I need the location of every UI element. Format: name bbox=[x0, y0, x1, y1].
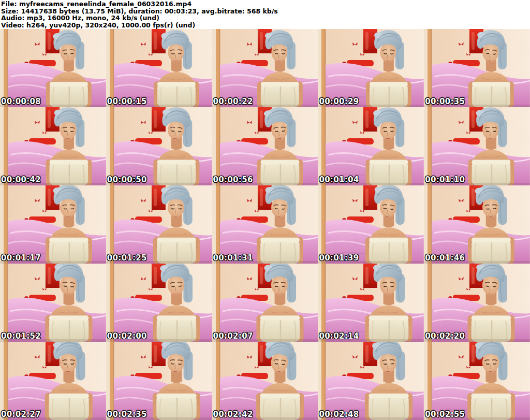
video-thumbnail: 00:01:17 bbox=[0, 185, 106, 264]
timestamp-overlay: 00:02:20 bbox=[425, 331, 465, 341]
thumbnail-image bbox=[424, 185, 530, 264]
thumbnail-image bbox=[0, 107, 106, 185]
thumbnail-image bbox=[106, 264, 212, 342]
timestamp-overlay: 00:01:10 bbox=[425, 175, 465, 184]
thumbnail-image bbox=[212, 185, 318, 264]
video-thumbnail: 00:00:29 bbox=[318, 29, 424, 107]
video-thumbnail: 00:00:50 bbox=[106, 107, 212, 185]
video-thumbnail: 00:02:20 bbox=[424, 264, 530, 342]
video-thumbnail: 00:02:35 bbox=[106, 342, 212, 420]
timestamp-overlay: 00:02:00 bbox=[107, 331, 147, 341]
timestamp-overlay: 00:01:39 bbox=[319, 253, 359, 263]
thumbnail-image bbox=[318, 29, 424, 107]
video-thumbnail: 00:01:39 bbox=[318, 185, 424, 264]
thumbnail-grid: 00:00:08 bbox=[0, 29, 530, 420]
video-thumbnail: 00:02:48 bbox=[318, 342, 424, 420]
thumbnail-image bbox=[212, 29, 318, 107]
thumbnail-image bbox=[0, 342, 106, 420]
thumbnail-image bbox=[0, 185, 106, 264]
thumbnail-image bbox=[318, 185, 424, 264]
thumbnail-image bbox=[106, 342, 212, 420]
media-info-header: File: myfreecams_reneelinda_female_06032… bbox=[0, 0, 530, 29]
thumbnail-image bbox=[424, 29, 530, 107]
video-thumbnail: 00:01:10 bbox=[424, 107, 530, 185]
size-info-line: Size: 14417638 bytes (13.75 MiB), durati… bbox=[1, 8, 530, 15]
video-thumbnail: 00:00:42 bbox=[0, 107, 106, 185]
thumbnail-image bbox=[212, 264, 318, 342]
timestamp-overlay: 00:01:31 bbox=[213, 253, 253, 263]
timestamp-overlay: 00:02:14 bbox=[319, 331, 359, 341]
video-thumbnail: 00:00:22 bbox=[212, 29, 318, 107]
video-thumbnail: 00:00:08 bbox=[0, 29, 106, 107]
video-info-line: Video: h264, yuv420p, 320x240, 1000.00 f… bbox=[1, 22, 530, 29]
timestamp-overlay: 00:00:35 bbox=[425, 97, 465, 106]
timestamp-overlay: 00:02:07 bbox=[213, 331, 253, 341]
file-info-line: File: myfreecams_reneelinda_female_06032… bbox=[1, 1, 530, 8]
thumbnail-image bbox=[106, 185, 212, 264]
timestamp-overlay: 00:02:35 bbox=[107, 410, 147, 419]
timestamp-overlay: 00:00:42 bbox=[1, 175, 41, 184]
audio-info-line: Audio: mp3, 16000 Hz, mono, 24 kb/s (und… bbox=[1, 15, 530, 22]
video-thumbnail: 00:02:55 bbox=[424, 342, 530, 420]
thumbnail-image bbox=[0, 29, 106, 107]
timestamp-overlay: 00:01:04 bbox=[319, 175, 359, 184]
video-thumbnail: 00:01:52 bbox=[0, 264, 106, 342]
timestamp-overlay: 00:01:25 bbox=[107, 253, 147, 263]
timestamp-overlay: 00:02:48 bbox=[319, 410, 359, 419]
thumbnail-image bbox=[106, 29, 212, 107]
contact-sheet: File: myfreecams_reneelinda_female_06032… bbox=[0, 0, 530, 420]
thumbnail-image bbox=[424, 264, 530, 342]
timestamp-overlay: 00:00:56 bbox=[213, 175, 253, 184]
timestamp-overlay: 00:00:15 bbox=[107, 97, 147, 106]
video-thumbnail: 00:02:14 bbox=[318, 264, 424, 342]
thumbnail-image bbox=[0, 264, 106, 342]
video-thumbnail: 00:01:31 bbox=[212, 185, 318, 264]
video-thumbnail: 00:01:46 bbox=[424, 185, 530, 264]
timestamp-overlay: 00:02:42 bbox=[213, 410, 253, 419]
thumbnail-image bbox=[212, 342, 318, 420]
video-thumbnail: 00:01:04 bbox=[318, 107, 424, 185]
video-thumbnail: 00:02:42 bbox=[212, 342, 318, 420]
timestamp-overlay: 00:02:27 bbox=[1, 410, 41, 419]
timestamp-overlay: 00:00:29 bbox=[319, 97, 359, 106]
timestamp-overlay: 00:02:55 bbox=[425, 410, 465, 419]
thumbnail-image bbox=[106, 107, 212, 185]
video-thumbnail: 00:02:27 bbox=[0, 342, 106, 420]
thumbnail-image bbox=[424, 107, 530, 185]
thumbnail-image bbox=[424, 342, 530, 420]
timestamp-overlay: 00:01:46 bbox=[425, 253, 465, 263]
video-thumbnail: 00:00:35 bbox=[424, 29, 530, 107]
video-thumbnail: 00:00:15 bbox=[106, 29, 212, 107]
timestamp-overlay: 00:01:17 bbox=[1, 253, 41, 263]
thumbnail-image bbox=[318, 264, 424, 342]
timestamp-overlay: 00:00:50 bbox=[107, 175, 147, 184]
thumbnail-image bbox=[318, 342, 424, 420]
video-thumbnail: 00:00:56 bbox=[212, 107, 318, 185]
video-thumbnail: 00:02:07 bbox=[212, 264, 318, 342]
timestamp-overlay: 00:00:08 bbox=[1, 97, 41, 106]
timestamp-overlay: 00:00:22 bbox=[213, 97, 253, 106]
video-thumbnail: 00:01:25 bbox=[106, 185, 212, 264]
video-thumbnail: 00:02:00 bbox=[106, 264, 212, 342]
thumbnail-image bbox=[318, 107, 424, 185]
thumbnail-image bbox=[212, 107, 318, 185]
timestamp-overlay: 00:01:52 bbox=[1, 331, 41, 341]
